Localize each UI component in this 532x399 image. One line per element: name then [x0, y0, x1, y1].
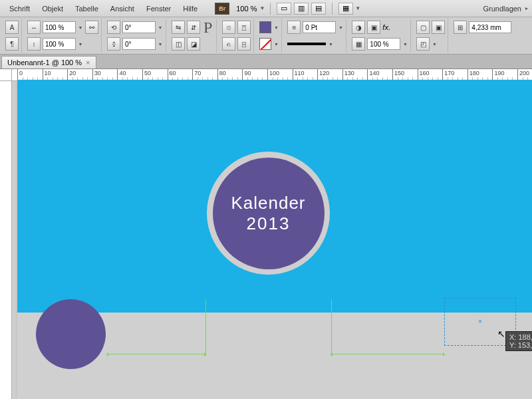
- canvas[interactable]: Kalender 2013 × ↖ X: 188,68 Y: 153,02: [12, 81, 532, 399]
- chevron-down-icon[interactable]: ▼: [402, 42, 408, 47]
- fx-label[interactable]: fx.: [382, 23, 390, 31]
- menu-bar: Schrift Objekt Tabelle Ansicht Fenster H…: [0, 0, 532, 17]
- rotate-input[interactable]: [122, 21, 156, 33]
- workspace: 0102030405060708090100110120130140150160…: [0, 69, 532, 399]
- menu-ansicht[interactable]: Ansicht: [105, 2, 140, 15]
- arrange-button[interactable]: ▦: [338, 3, 353, 15]
- title-text-line1[interactable]: Kalender: [231, 193, 305, 213]
- smart-guide-v: [331, 299, 332, 356]
- chevron-down-icon[interactable]: ▼: [158, 25, 163, 30]
- align-button-3[interactable]: ⎌: [222, 37, 235, 51]
- stroke-swatch[interactable]: [259, 38, 271, 50]
- menu-objekt[interactable]: Objekt: [37, 2, 68, 15]
- type-tool-indicator: P: [202, 21, 213, 34]
- chevron-down-icon[interactable]: ▼: [78, 42, 83, 47]
- smart-guide-gap: [331, 354, 444, 354]
- select-content-button[interactable]: ◪: [187, 37, 200, 51]
- align-button-2[interactable]: ⍞: [237, 21, 251, 34]
- stroke-style-preview[interactable]: [287, 43, 326, 45]
- char-style-button[interactable]: A: [5, 21, 19, 34]
- fill-swatch[interactable]: [259, 21, 271, 33]
- flip-h-button[interactable]: ⇋: [172, 21, 185, 34]
- chevron-down-icon[interactable]: ▼: [355, 5, 360, 11]
- document-tab-bar: Unbenannt-1 @ 100 % ×: [0, 55, 532, 69]
- view-mode-button-1[interactable]: ▭: [277, 3, 291, 15]
- view-mode-button-3[interactable]: ▤: [311, 3, 326, 15]
- opacity-icon: ▦: [352, 37, 365, 51]
- select-container-button[interactable]: ◫: [172, 37, 185, 51]
- chevron-down-icon[interactable]: ▼: [78, 25, 83, 30]
- para-style-button[interactable]: ¶: [5, 37, 19, 51]
- align-button-1[interactable]: ⎅: [222, 21, 235, 34]
- coord-y: Y: 153,02: [509, 341, 532, 349]
- align-button-4[interactable]: ⌸: [237, 37, 251, 51]
- ruler-origin[interactable]: [0, 69, 12, 81]
- chevron-down-icon[interactable]: ▼: [259, 5, 265, 11]
- flip-v-button[interactable]: ⇵: [187, 21, 200, 34]
- large-circle-object[interactable]: Kalender 2013: [213, 158, 325, 269]
- shear-input[interactable]: [122, 38, 156, 50]
- smart-guide-v: [205, 299, 206, 356]
- workspace-switcher[interactable]: Grundlagen: [483, 5, 522, 13]
- chevron-down-icon[interactable]: ▸: [525, 5, 528, 11]
- rotate-icon: ⟲: [107, 21, 120, 34]
- zoom-level[interactable]: 100 %: [236, 5, 257, 13]
- coord-x: X: 188,68: [509, 333, 532, 341]
- text-wrap-button-1[interactable]: ▢: [416, 21, 430, 34]
- smart-guide-gap: [107, 354, 205, 354]
- opacity-input[interactable]: [367, 38, 400, 50]
- control-panel: A ¶ ↔ ▼ ⚯ ↕ ▼ ⟲ ▼ ⧰ ▼ ⇋ ⇵ P: [0, 17, 532, 55]
- small-circle-object[interactable]: [36, 299, 106, 369]
- chevron-down-icon[interactable]: ▼: [338, 25, 343, 30]
- measure-input[interactable]: [469, 21, 511, 33]
- corner-button[interactable]: ◰: [416, 37, 430, 51]
- document-tab[interactable]: Unbenannt-1 @ 100 % ×: [1, 56, 96, 68]
- scale-y-icon: ↕: [27, 37, 41, 51]
- stroke-weight-input[interactable]: [303, 21, 336, 33]
- close-icon[interactable]: ×: [86, 59, 90, 66]
- frame-fit-button[interactable]: ⊞: [454, 21, 467, 34]
- menu-tabelle[interactable]: Tabelle: [70, 2, 104, 15]
- stroke-weight-icon: ≡: [287, 21, 301, 34]
- document-tab-title: Unbenannt-1 @ 100 %: [7, 59, 82, 66]
- view-mode-button-2[interactable]: ▥: [294, 3, 309, 15]
- effects-button[interactable]: ◑: [352, 21, 365, 34]
- chevron-down-icon[interactable]: ▼: [158, 42, 163, 47]
- coordinate-tooltip: X: 188,68 Y: 153,02: [505, 331, 532, 351]
- chevron-down-icon[interactable]: ▼: [273, 25, 279, 30]
- anchor-icon: ×: [478, 320, 482, 324]
- scale-y-input[interactable]: [43, 38, 76, 50]
- page[interactable]: Kalender 2013 ×: [17, 80, 532, 399]
- title-text-line2[interactable]: 2013: [247, 213, 291, 234]
- chevron-down-icon[interactable]: ▼: [273, 42, 279, 47]
- ring-object[interactable]: Kalender 2013: [207, 152, 330, 275]
- chevron-down-icon[interactable]: ▼: [432, 42, 437, 47]
- scale-x-input[interactable]: [43, 21, 76, 33]
- link-scale-icon[interactable]: ⚯: [85, 21, 98, 34]
- scale-x-icon: ↔: [27, 21, 41, 34]
- menu-schrift[interactable]: Schrift: [4, 2, 35, 15]
- chevron-down-icon[interactable]: ▼: [328, 42, 333, 47]
- bridge-button[interactable]: Br: [215, 3, 229, 15]
- vertical-ruler[interactable]: [0, 81, 12, 399]
- menu-hilfe[interactable]: Hilfe: [178, 2, 203, 15]
- shear-icon: ⧰: [107, 37, 120, 51]
- drop-shadow-button[interactable]: ▣: [367, 21, 380, 34]
- menu-fenster[interactable]: Fenster: [141, 2, 176, 15]
- text-wrap-button-2[interactable]: ▣: [432, 21, 445, 34]
